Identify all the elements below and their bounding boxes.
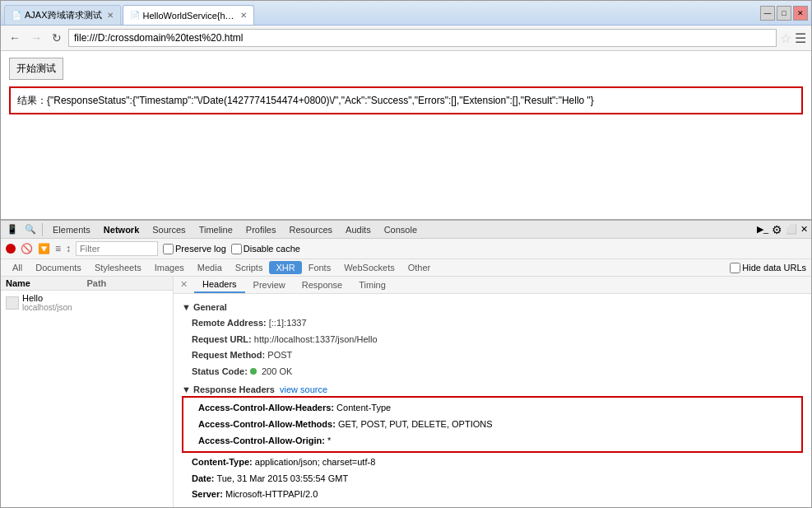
header-name-acah: Access-Control-Allow-Headers: [198, 403, 334, 412]
type-images[interactable]: Images [148, 261, 191, 274]
tab-label-hello: HelloWorldService{http: [143, 11, 235, 21]
details-tab-headers[interactable]: Headers [194, 277, 245, 293]
navbar: ← → ↻ file:///D:/crossdomain%20test%20.h… [1, 26, 811, 51]
request-method-value: POST [267, 350, 292, 360]
header-row-content-type: Content-Type: application/json; charset=… [182, 454, 803, 471]
devtools-panel: 📱 🔍 Elements Network Sources Timeline Pr… [1, 219, 811, 507]
item-path: localhost/json [22, 303, 72, 312]
type-scripts[interactable]: Scripts [229, 261, 270, 274]
request-method-label: Request Method: [192, 350, 265, 360]
header-name-server: Server: [192, 489, 223, 499]
address-bar[interactable]: file:///D:/crossdomain%20test%20.html [68, 29, 777, 47]
forward-button[interactable]: → [27, 30, 45, 46]
details-tabs: ✕ Headers Preview Response Timing [174, 277, 811, 294]
status-code-value: 200 OK [262, 366, 292, 376]
hide-data-checkbox[interactable] [730, 263, 740, 273]
item-text: Hello localhost/json [22, 293, 72, 312]
devtools-tabs: Elements Network Sources Timeline Profil… [46, 223, 755, 236]
header-value-content-type: application/json; charset=utf-8 [255, 457, 375, 467]
tab-hello[interactable]: 📄 HelloWorldService{http: ✕ [123, 5, 254, 25]
header-value-transfer: chunked [277, 506, 312, 507]
maximize-button[interactable]: □ [777, 6, 791, 21]
type-all[interactable]: All [6, 261, 29, 274]
clear-button[interactable]: 🚫 [21, 243, 33, 254]
type-media[interactable]: Media [191, 261, 229, 274]
response-headers-section: ▼ Response Headers view source Access-Co… [182, 384, 803, 507]
tab-timeline[interactable]: Timeline [193, 223, 239, 236]
result-text: 结果：{"ResponseStatus":{"Timestamp":"\/Dat… [17, 95, 594, 106]
type-documents[interactable]: Documents [29, 261, 88, 274]
toolbar-separator [42, 223, 43, 236]
details-content: ▼ General Remote Address: [::1]:1337 Req… [174, 294, 811, 507]
filter-button[interactable]: 🔽 [38, 243, 50, 254]
header-name-content-type: Content-Type: [192, 457, 253, 467]
test-button[interactable]: 开始测试 [9, 58, 63, 80]
remote-address-label: Remote Address: [192, 318, 267, 328]
name-panel-header: Name Path [1, 277, 173, 291]
type-other[interactable]: Other [401, 261, 438, 274]
tab-close-ajax[interactable]: ✕ [107, 11, 114, 20]
header-value-date: Tue, 31 Mar 2015 03:55:54 GMT [216, 473, 348, 483]
tab-sources[interactable]: Sources [146, 223, 192, 236]
menu-icon[interactable]: ☰ [795, 30, 806, 46]
tab-profiles[interactable]: Profiles [239, 223, 283, 236]
devtools-settings-icon[interactable]: ⚙ [772, 223, 782, 236]
view-source-link[interactable]: view source [280, 384, 327, 394]
devtools-content: Name Path Hello localhost/json ✕ Headers… [1, 277, 811, 507]
name-column-header: Name [6, 278, 87, 288]
devtools-right-icons: ▶_ ⚙ ⬜ ✕ [757, 223, 808, 236]
record-button[interactable] [6, 244, 16, 254]
type-filter-bar: All Documents Stylesheets Images Media S… [1, 259, 811, 277]
filter-bar: 🚫 🔽 ≡ ↕ Preserve log Disable cache [1, 239, 811, 259]
close-button[interactable]: ✕ [793, 6, 808, 21]
tab-ajax[interactable]: 📄 AJAX跨域请求测试 ✕ [4, 5, 121, 25]
type-stylesheets[interactable]: Stylesheets [88, 261, 148, 274]
header-value-server: Microsoft-HTTPAPI/2.0 [225, 489, 318, 499]
tab-network[interactable]: Network [97, 223, 146, 236]
type-websockets[interactable]: WebSockets [337, 261, 401, 274]
general-section-title: ▼ General [182, 302, 803, 312]
details-tab-response[interactable]: Response [294, 277, 351, 293]
remote-address-value: [::1]:1337 [269, 318, 307, 328]
remote-address-row: Remote Address: [::1]:1337 [182, 315, 803, 332]
minimize-button[interactable]: — [760, 6, 775, 21]
header-value-acah: Content-Type [336, 403, 391, 412]
tab-resources[interactable]: Resources [282, 223, 339, 236]
titlebar-tabs: 📄 AJAX跨域请求测试 ✕ 📄 HelloWorldService{http:… [4, 1, 760, 25]
tab-label-ajax: AJAX跨域请求测试 [25, 9, 102, 21]
details-tab-timing[interactable]: Timing [350, 277, 394, 293]
details-panel: ✕ Headers Preview Response Timing ▼ Gene… [174, 277, 811, 507]
devtools-search-icon[interactable]: 🔍 [22, 222, 39, 236]
hide-data-urls: Hide data URLs [730, 263, 806, 273]
type-fonts[interactable]: Fonts [302, 261, 338, 274]
details-close-button[interactable]: ✕ [177, 277, 191, 293]
header-row-acam: Access-Control-Allow-Methods: GET, POST,… [188, 417, 796, 433]
devtools-mobile-icon[interactable]: 📱 [4, 222, 21, 236]
preserve-log-checkbox[interactable]: Preserve log [163, 244, 226, 254]
bookmark-icon[interactable]: ☆ [780, 30, 791, 46]
devtools-console-icon[interactable]: ▶_ [757, 224, 768, 235]
details-tab-preview[interactable]: Preview [245, 277, 294, 293]
result-box: 结果：{"ResponseStatus":{"Timestamp":"\/Dat… [9, 86, 803, 114]
type-xhr[interactable]: XHR [269, 261, 301, 274]
import-button[interactable]: ↕ [66, 243, 71, 254]
tab-audits[interactable]: Audits [339, 223, 378, 236]
devtools-close-icon[interactable]: ✕ [800, 224, 808, 235]
header-row-server: Server: Microsoft-HTTPAPI/2.0 [182, 487, 803, 503]
tab-icon-ajax: 📄 [12, 11, 21, 20]
refresh-button[interactable]: ↻ [49, 30, 65, 46]
tab-close-hello[interactable]: ✕ [240, 11, 247, 20]
back-button[interactable]: ← [6, 30, 24, 46]
filter-input[interactable] [76, 241, 158, 256]
file-icon [6, 296, 19, 310]
tab-console[interactable]: Console [378, 223, 424, 236]
browser-window: 📄 AJAX跨域请求测试 ✕ 📄 HelloWorldService{http:… [0, 0, 812, 508]
page-content: 开始测试 结果：{"ResponseStatus":{"Timestamp":"… [1, 51, 811, 219]
status-dot [250, 368, 257, 375]
details-button[interactable]: ≡ [55, 243, 61, 254]
tab-elements[interactable]: Elements [46, 223, 97, 236]
devtools-dock-icon[interactable]: ⬜ [786, 224, 797, 235]
list-item[interactable]: Hello localhost/json [1, 291, 173, 315]
disable-cache-checkbox[interactable]: Disable cache [231, 244, 300, 254]
header-row-date: Date: Tue, 31 Mar 2015 03:55:54 GMT [182, 471, 803, 487]
